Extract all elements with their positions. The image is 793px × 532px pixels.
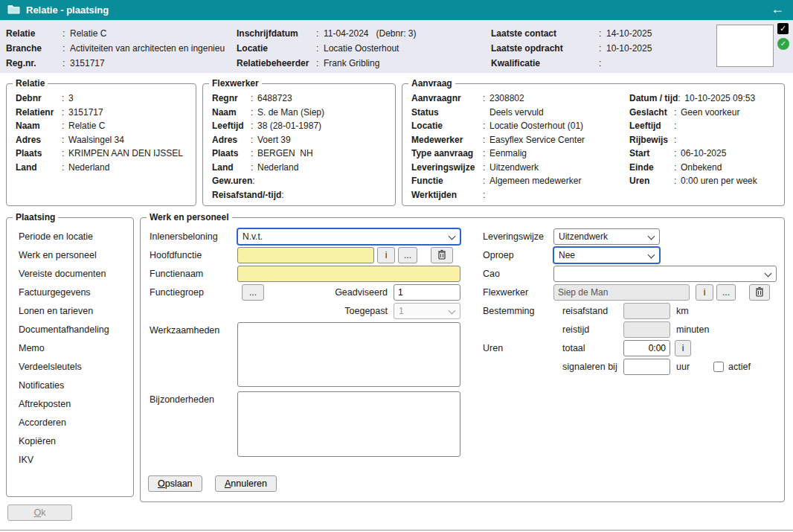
hoofdfunctie-info-button[interactable]: i: [377, 247, 395, 263]
row-label: Laatste opdracht: [491, 43, 599, 54]
row-separator: :: [281, 190, 288, 200]
totaal-info-button[interactable]: i: [675, 340, 691, 356]
aanvraag-panel-legend: Aanvraag: [408, 78, 455, 89]
oproep-selected-value: Nee: [559, 250, 575, 260]
row-separator: :: [316, 43, 324, 54]
back-arrow-icon[interactable]: ←: [771, 1, 784, 17]
actief-checkbox[interactable]: [713, 362, 724, 372]
sidebar-item-lonen-en-tarieven[interactable]: Lonen en tarieven: [7, 302, 130, 321]
row-label: Adres: [212, 135, 251, 145]
row-label: Laatste contact: [491, 28, 599, 39]
inlenersbeloning-selected-value: N.v.t.: [243, 231, 263, 242]
row-separator: :: [483, 190, 489, 200]
row-label: Gew.uren: [212, 176, 252, 186]
sidebar-item-memo[interactable]: Memo: [7, 339, 130, 358]
row-separator: :: [674, 107, 681, 118]
relatie-row-naam: Naam:Relatie C: [16, 119, 183, 133]
sidebar-item-factuurgegevens[interactable]: Factuurgegevens: [7, 283, 130, 302]
row-label: Reisafstand/-tijd: [212, 190, 281, 200]
row-value: Frank Gribling: [324, 58, 379, 68]
inlenersbeloning-select[interactable]: N.v.t.: [237, 228, 460, 245]
signaleren-bij-label: signaleren bij: [562, 359, 617, 375]
annuleren-button[interactable]: Annuleren: [215, 475, 277, 492]
row-label: Naam: [16, 121, 62, 131]
flexwerker-row-regnr: Regnr:6488723: [212, 92, 324, 106]
window-bottom-border: [0, 530, 793, 531]
toegepast-label: Toegepast: [312, 303, 388, 319]
row-label: Regnr: [212, 93, 251, 103]
row-label: Type aanvraag: [411, 148, 483, 158]
row-value: Waalsingel 34: [68, 135, 124, 145]
signaleren-unit: uur: [676, 359, 690, 375]
functienaam-input[interactable]: [237, 266, 460, 282]
sidebar-item-vereiste-documenten[interactable]: Vereiste documenten: [7, 265, 130, 283]
row-separator: :: [599, 58, 606, 68]
titlebar: Relatie - plaatsing ←: [0, 0, 793, 20]
row-separator: :: [316, 28, 324, 39]
sidebar-item-ikv[interactable]: IKV: [7, 451, 130, 469]
trash-icon: [755, 286, 764, 299]
oproep-select[interactable]: Nee: [553, 247, 660, 263]
bijzonderheden-textarea[interactable]: [237, 391, 460, 457]
sidebar-item-kopieren[interactable]: Kopiëren: [7, 432, 130, 451]
opslaan-button[interactable]: Opslaan: [148, 475, 202, 492]
sidebar-item-periode-en-locatie[interactable]: Periode en locatie: [7, 228, 130, 246]
aanvraag-row-werktijden: Werktijden:: [411, 188, 585, 202]
aanvraag-row-start: Start:06-10-2025: [629, 147, 757, 161]
signaleren-bij-input[interactable]: [623, 359, 670, 375]
sidebar-item-accorderen[interactable]: Accorderen: [7, 414, 130, 432]
geadviseerd-label: Geadviseerd: [312, 284, 388, 301]
hoofdfunctie-browse-button[interactable]: ...: [398, 247, 417, 263]
sidebar-item-verdeelsleutels[interactable]: Verdeelsleutels: [7, 358, 130, 376]
trash-icon: [437, 249, 446, 262]
flexwerker-row-reisafstand: Reisafstand/-tijd:: [212, 188, 324, 202]
row-value: Activiteiten van architecten en ingenieu: [70, 43, 225, 54]
hoofdfunctie-input[interactable]: [237, 247, 374, 263]
header-row-relatie: Relatie:Relatie C: [6, 26, 225, 41]
reistijd-label: reistijd: [562, 321, 589, 338]
row-label: Werktijden: [411, 190, 483, 200]
row-separator: :: [62, 107, 68, 118]
relatie-panel-legend: Relatie: [13, 78, 48, 89]
functiegroep-browse-button[interactable]: ...: [242, 284, 264, 301]
header-row-laatste-contact: Laatste contact:14-10-2025: [491, 26, 652, 41]
flexwerker-row-leeftijd: Leeftijd:38 (28-01-1987): [212, 119, 324, 133]
row-value: 3151717: [68, 107, 103, 118]
sidebar-item-notificaties[interactable]: Notificaties: [7, 376, 130, 395]
row-value: Voert 39: [257, 135, 291, 145]
row-label: Leveringswijze: [411, 162, 483, 173]
row-label: Kwalificatie: [491, 58, 599, 68]
row-label: Leeftijd: [629, 121, 674, 131]
row-separator: :: [251, 148, 257, 158]
flexwerker-info-button[interactable]: i: [696, 284, 713, 301]
hoofdfunctie-delete-button[interactable]: [431, 247, 453, 263]
row-value: Nederland: [68, 162, 109, 173]
geadviseerd-input[interactable]: [394, 284, 460, 301]
flexwerker-row-gewuren: Gew.uren:: [212, 174, 324, 188]
flexwerker-delete-button[interactable]: [749, 284, 770, 301]
row-label: Relatienr: [16, 107, 62, 118]
aanvraag-row-geslacht: Geslacht:Geen voorkeur: [629, 106, 757, 120]
row-label: Inschrijfdatum: [237, 28, 316, 39]
functiegroep-label: Functiegroep: [150, 284, 204, 301]
row-label: Relatie: [6, 28, 62, 39]
header-column-inschrijving: Inschrijfdatum:11-04-2024 (Debnr: 3) Loc…: [237, 26, 417, 71]
row-separator: :: [678, 93, 684, 103]
sidebar-item-werk-en-personeel[interactable]: Werk en personeel: [7, 246, 130, 265]
sidebar-item-aftrekposten[interactable]: Aftrekposten: [7, 395, 130, 414]
cao-select[interactable]: [553, 266, 777, 282]
row-separator: :: [62, 135, 68, 145]
folder-icon: [7, 4, 20, 17]
reistijd-unit: minuten: [676, 321, 709, 338]
werkzaamheden-textarea[interactable]: [237, 322, 460, 387]
row-label: Reg.nr.: [6, 58, 62, 68]
ok-button[interactable]: Ok: [7, 504, 72, 521]
row-value: Nederland: [257, 162, 298, 173]
sidebar-item-documentafhandeling[interactable]: Documentafhandeling: [7, 321, 130, 339]
header-row-locatie: Locatie:Locatie Oosterhout: [237, 41, 417, 56]
photo-placeholder: [716, 25, 774, 67]
totaal-input[interactable]: [623, 340, 670, 356]
leveringswijze-select[interactable]: Uitzendwerk: [553, 228, 660, 245]
header-checkbox[interactable]: ✓: [777, 23, 789, 34]
flexwerker-browse-button[interactable]: ...: [716, 284, 736, 301]
